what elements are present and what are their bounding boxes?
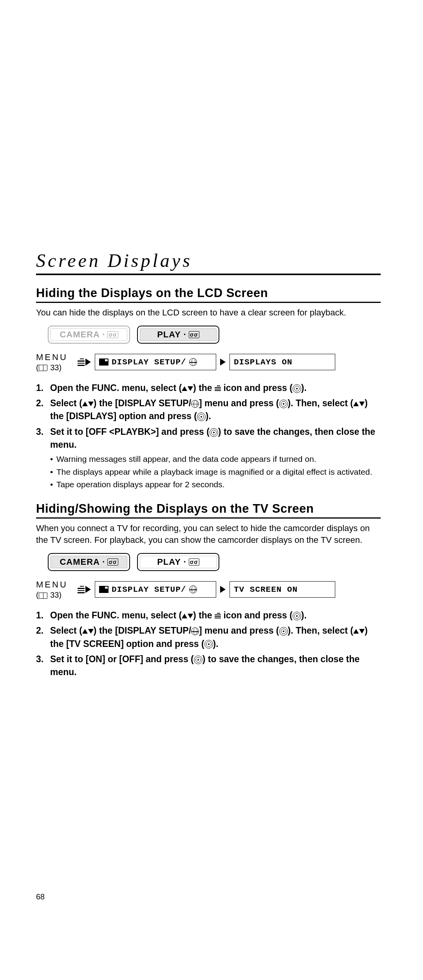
book-icon <box>39 593 47 599</box>
step-item: Open the FUNC. menu, select () the icon … <box>36 609 381 622</box>
set-icon <box>293 612 301 620</box>
play-mode-button: PLAY · σσ <box>137 326 219 344</box>
mode-selector-row: CAMERA · σσ PLAY · σσ <box>48 326 381 344</box>
step-item: Open the FUNC. menu, select () the icon … <box>36 382 381 395</box>
divider <box>36 274 381 275</box>
menu-value-text: TV SCREEN ON <box>234 585 298 594</box>
updown-icon <box>82 402 94 406</box>
mode-label: PLAY · <box>157 330 186 340</box>
camera-mode-button: CAMERA · σσ <box>48 326 130 344</box>
menu-box-setup: DISPLAY SETUP/ <box>95 581 216 598</box>
section-heading: Hiding the Displays on the LCD Screen <box>36 286 381 300</box>
menu-path-row: MENU ( 33) DISPLAY SETUP/ TV SCREEN ON <box>36 580 381 600</box>
updown-icon <box>182 614 193 618</box>
arrow-right-icon <box>85 586 91 593</box>
menu-label-block: MENU ( 33) <box>36 352 70 372</box>
mode-label: CAMERA · <box>60 330 105 340</box>
menu-box-value: DISPLAYS ON <box>230 354 335 370</box>
menu-box-value: TV SCREEN ON <box>230 581 335 598</box>
menu-value-text: DISPLAYS ON <box>234 358 293 367</box>
menu-nav-icon <box>78 585 91 594</box>
sub-bullets: Warning messages still appear, and the d… <box>50 454 381 490</box>
mode-label: CAMERA · <box>60 557 105 567</box>
steps-list: Open the FUNC. menu, select () the icon … <box>36 609 381 679</box>
globe-icon <box>189 585 197 593</box>
updown-icon <box>82 629 94 634</box>
bullet-item: Tape operation displays appear for 2 sec… <box>50 479 381 490</box>
globe-icon <box>191 627 199 635</box>
set-icon <box>194 656 202 664</box>
menu-box-setup: DISPLAY SETUP/ <box>95 354 216 370</box>
intro-text: When you connect a TV for recording, you… <box>36 522 381 546</box>
mode-selector-row: CAMERA · σσ PLAY · σσ <box>48 553 381 571</box>
steps-list: Open the FUNC. menu, select () the icon … <box>36 382 381 490</box>
menu-label-block: MENU ( 33) <box>36 580 70 600</box>
menu-lines-icon <box>78 585 85 594</box>
menu-lines-icon <box>78 358 85 367</box>
tape-icon: σσ <box>189 331 199 338</box>
set-icon <box>197 413 206 421</box>
camera-mode-button: CAMERA · σσ <box>48 553 130 571</box>
set-icon <box>279 400 288 408</box>
play-mode-button: PLAY · σσ <box>137 553 219 571</box>
menu-word: MENU <box>36 352 70 362</box>
menu-lines-icon <box>215 386 221 392</box>
tape-icon: σσ <box>189 558 199 566</box>
menu-word: MENU <box>36 580 70 590</box>
step-item: Select () the [DISPLAY SETUP/] menu and … <box>36 624 381 650</box>
menu-page-ref: ( 33) <box>36 591 70 600</box>
arrow-right-icon <box>85 358 91 366</box>
bullet-item: Warning messages still appear, and the d… <box>50 454 381 465</box>
set-icon <box>293 384 301 393</box>
mode-label: PLAY · <box>157 557 186 567</box>
menu-setup-text: DISPLAY SETUP/ <box>112 585 186 594</box>
menu-setup-text: DISPLAY SETUP/ <box>112 358 186 367</box>
intro-text: You can hide the displays on the LCD scr… <box>36 307 381 319</box>
menu-path-row: MENU ( 33) DISPLAY SETUP/ DISPLAYS ON <box>36 352 381 372</box>
set-icon <box>210 428 218 437</box>
step-item: Select () the [DISPLAY SETUP/] menu and … <box>36 397 381 423</box>
divider <box>36 517 381 519</box>
divider <box>36 302 381 303</box>
step-item: Set it to [OFF <PLAYBK>] and press () to… <box>36 425 381 490</box>
set-icon <box>279 627 288 636</box>
arrow-right-icon <box>220 358 226 366</box>
tape-icon: σσ <box>107 558 118 566</box>
arrow-right-icon <box>220 586 226 593</box>
bullet-item: The displays appear while a playback ima… <box>50 467 381 477</box>
tape-icon: σσ <box>107 331 118 338</box>
globe-icon <box>191 400 199 408</box>
screen-icon <box>99 586 108 593</box>
chapter-title: Screen Displays <box>36 250 381 271</box>
document-page: Screen Displays Hiding the Displays on t… <box>36 250 381 691</box>
menu-nav-icon <box>78 358 91 367</box>
updown-icon <box>182 386 193 391</box>
updown-icon <box>353 629 365 634</box>
book-icon <box>39 365 47 371</box>
menu-lines-icon <box>215 613 221 619</box>
step-item: Set it to [ON] or [OFF] and press () to … <box>36 653 381 679</box>
page-number: 68 <box>36 892 45 901</box>
globe-icon <box>189 358 197 366</box>
set-icon <box>204 640 213 649</box>
menu-page-ref: ( 33) <box>36 363 70 372</box>
updown-icon <box>353 402 365 406</box>
screen-icon <box>99 358 108 366</box>
section-heading: Hiding/Showing the Displays on the TV Sc… <box>36 502 381 516</box>
